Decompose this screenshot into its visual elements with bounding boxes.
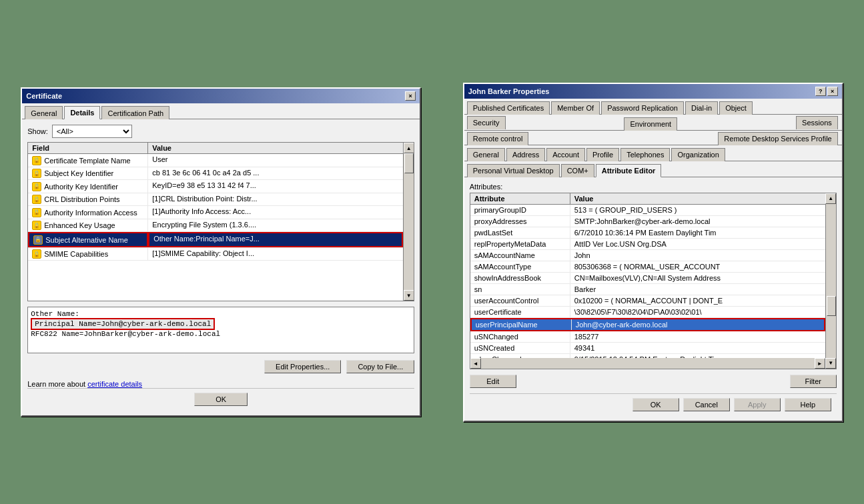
attr-list-body[interactable]: primaryGroupID 513 = ( GROUP_RID_USERS )… <box>470 205 825 358</box>
certificate-dialog-title: Certificate <box>26 92 62 100</box>
col-value-header2: Value <box>570 193 825 204</box>
list-item-selected[interactable]: 🔒Subject Alternative Name Other Name:Pri… <box>28 232 403 248</box>
attr-scroll-track[interactable] <box>826 204 836 358</box>
attr-list-item[interactable]: whenChanged 9/15/2015 12:04:54 PM Easter… <box>470 354 825 358</box>
attr-list-item[interactable]: pwdLastSet 6/7/2010 10:36:14 PM Eastern … <box>470 227 825 239</box>
close-button[interactable]: × <box>405 91 416 101</box>
tabs-row2: Security Environment Sessions <box>464 115 842 131</box>
attr-list-item[interactable]: uSNCreated 49341 <box>470 343 825 354</box>
hscroll-left-btn[interactable]: ◄ <box>470 358 481 369</box>
attr-list-item[interactable]: proxyAddresses SMTP:JohnBarker@cyber-ark… <box>470 216 825 227</box>
tab-telephones[interactable]: Telephones <box>620 148 670 161</box>
scroll-track[interactable] <box>404 153 414 290</box>
list-scrollbar[interactable]: ▲ ▼ <box>403 143 414 301</box>
properties-dialog: John Barker Properties ? × Published Cer… <box>463 83 843 422</box>
edit-properties-button[interactable]: Edit Properties... <box>264 360 341 373</box>
tab-com[interactable]: COM+ <box>561 164 594 177</box>
list-item[interactable]: 🔒Subject Key Identifier cb 81 3e 6c 06 4… <box>28 167 403 181</box>
tabs-row2b: Remote control Remote Desktop Services P… <box>464 131 842 145</box>
certificate-tabs: General Details Certification Path <box>22 103 420 119</box>
tab-remote-control[interactable]: Remote control <box>467 132 529 145</box>
tab-rds-profile[interactable]: Remote Desktop Services Profile <box>718 132 837 145</box>
show-row: Show: <All> <box>27 125 414 138</box>
tab-dial-in[interactable]: Dial-in <box>685 101 718 115</box>
tabs-row1: Published Certificates Member Of Passwor… <box>464 99 842 115</box>
tab-attribute-editor[interactable]: Attribute Editor <box>596 164 662 177</box>
certificate-title-bar: Certificate × <box>22 89 420 103</box>
tab-personal-vd[interactable]: Personal Virtual Desktop <box>467 164 560 177</box>
attr-list-header: Attribute Value <box>470 193 825 205</box>
scroll-down-btn[interactable]: ▼ <box>404 290 414 301</box>
hscroll-right-btn[interactable]: ► <box>815 358 825 369</box>
cancel-button[interactable]: Cancel <box>683 398 730 411</box>
scroll-up-btn[interactable]: ▲ <box>404 143 414 153</box>
cert-icon: 🔒 <box>32 208 41 217</box>
col-field-header: Field <box>28 143 148 153</box>
tab-certification-path[interactable]: Certification Path <box>101 106 169 119</box>
tab-address[interactable]: Address <box>506 148 545 161</box>
attr-list-item[interactable]: sAMAccountType 805306368 = ( NORMAL_USER… <box>470 261 825 273</box>
list-item[interactable]: 🔒CRL Distribution Points [1]CRL Distribu… <box>28 193 403 207</box>
detail-label: Other Name: <box>31 310 411 318</box>
copy-to-file-button[interactable]: Copy to File... <box>346 360 414 373</box>
list-item[interactable]: 🔒Enhanced Key Usage Encrypting File Syst… <box>28 219 403 233</box>
tab-environment[interactable]: Environment <box>624 117 677 131</box>
detail-extra: RFC822 Name=JohnBarker@cyber-ark-demo.lo… <box>31 330 220 338</box>
attr-list-main: Attribute Value primaryGroupID 513 = ( G… <box>470 193 825 369</box>
tab-organization[interactable]: Organization <box>671 148 725 161</box>
hscroll-track[interactable] <box>481 358 815 369</box>
tab-details[interactable]: Details <box>64 106 100 119</box>
tab-published-certs[interactable]: Published Certificates <box>467 101 550 115</box>
tab-account[interactable]: Account <box>546 148 585 161</box>
help-title-btn[interactable]: ? <box>815 87 826 96</box>
attr-list-item[interactable]: sAMAccountName John <box>470 250 825 261</box>
dialog1-bottom-bar: OK <box>27 388 414 410</box>
tab-member-of[interactable]: Member Of <box>551 101 600 115</box>
attr-list-item[interactable]: showInAddressBook CN=Mailboxes(VLV),CN=A… <box>470 273 825 284</box>
help-button[interactable]: Help <box>785 398 831 411</box>
ok-button2[interactable]: OK <box>632 398 679 411</box>
tabs-row3: General Address Account Profile Telephon… <box>464 145 842 161</box>
list-item[interactable]: 🔒SMIME Capabilities [1]SMIME Capability:… <box>28 248 403 261</box>
list-item[interactable]: 🔒Authority Key Identifier KeyID=e9 38 e5… <box>28 180 403 193</box>
scroll-thumb[interactable] <box>404 153 414 173</box>
attr-list-item[interactable]: sn Barker <box>470 284 825 295</box>
tab-object[interactable]: Object <box>719 101 753 115</box>
tabs-row4: Personal Virtual Desktop COM+ Attribute … <box>464 161 842 177</box>
details-tab-content: Show: <All> Field Value 🔒Certificate Tem… <box>22 119 420 415</box>
tab-general[interactable]: General <box>25 106 63 119</box>
edit-button[interactable]: Edit <box>470 375 516 388</box>
attributes-label: Attributes: <box>470 183 837 191</box>
tab-security[interactable]: Security <box>467 116 506 129</box>
attr-list-item[interactable]: uSNChanged 185277 <box>470 331 825 343</box>
list-item[interactable]: 🔒Certificate Template Name User <box>28 154 403 167</box>
show-select[interactable]: <All> <box>52 125 132 138</box>
apply-button[interactable]: Apply <box>734 398 781 411</box>
dialog2-bottom-bar: OK Cancel Apply Help <box>470 393 837 415</box>
attr-list-item[interactable]: userCertificate \30\82\05\F7\30\82\04\DF… <box>470 307 825 318</box>
attr-scroll-up-btn[interactable]: ▲ <box>825 193 836 204</box>
attr-scroll-down-btn[interactable]: ▼ <box>825 358 836 369</box>
tab-sessions[interactable]: Sessions <box>796 116 838 129</box>
close-title-btn[interactable]: × <box>827 87 838 96</box>
ok-button[interactable]: OK <box>194 393 248 406</box>
attr-list-item[interactable]: primaryGroupID 513 = ( GROUP_RID_USERS ) <box>470 205 825 216</box>
tab-general2[interactable]: General <box>467 148 505 161</box>
cert-icon: 🔒 <box>32 221 41 230</box>
properties-dialog-title: John Barker Properties <box>468 87 550 95</box>
certificate-details-link[interactable]: certificate details <box>87 380 142 388</box>
attr-scroll-thumb[interactable] <box>827 296 836 316</box>
col-value-header: Value <box>148 143 403 153</box>
cert-icon: 🔒 <box>32 156 41 165</box>
list-item[interactable]: 🔒Authority Information Access [1]Authori… <box>28 206 403 219</box>
attr-list-item-selected[interactable]: userPrincipalName John@cyber-ark-demo.lo… <box>470 318 825 331</box>
attr-list-item[interactable]: userAccountControl 0x10200 = ( NORMAL_AC… <box>470 295 825 307</box>
filter-button[interactable]: Filter <box>790 375 837 388</box>
attr-list-item[interactable]: replPropertyMetaData AttID Ver Loc.USN O… <box>470 239 825 250</box>
tab-profile[interactable]: Profile <box>586 148 619 161</box>
attr-list-hscrollbar[interactable]: ◄ ► <box>470 358 825 369</box>
attr-list-scrollbar[interactable]: ▲ ▼ <box>825 193 836 369</box>
learn-more-row: Learn more about certificate details <box>27 380 414 388</box>
list-body[interactable]: 🔒Certificate Template Name User 🔒Subject… <box>28 154 403 301</box>
tab-password-replication[interactable]: Password Replication <box>601 101 684 115</box>
